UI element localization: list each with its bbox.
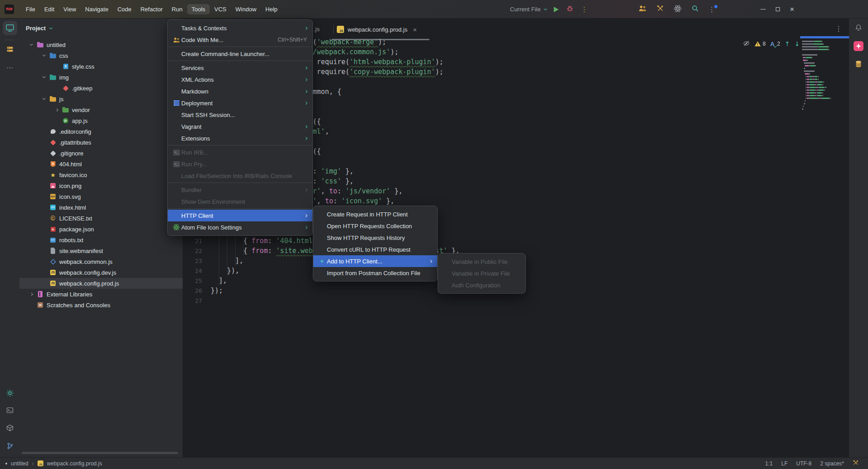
- breadcrumb-file[interactable]: webpack.config.prod.js: [47, 460, 102, 467]
- menu-item-xml-actions[interactable]: XML Actions: [168, 74, 312, 85]
- menu-item-open-http-requests-collection[interactable]: Open HTTP Requests Collection: [313, 220, 437, 232]
- breadcrumb-project[interactable]: untitled: [11, 460, 28, 467]
- warnings-indicator[interactable]: 8: [755, 41, 766, 47]
- tree-item-icon-svg[interactable]: icon.svg: [19, 191, 183, 202]
- indent-setting[interactable]: 2 spaces*: [820, 460, 844, 467]
- menubar-item-navigate[interactable]: Navigate: [80, 4, 113, 14]
- next-problem-icon[interactable]: ↓: [795, 40, 800, 47]
- tree-item-external-libraries[interactable]: External Libraries: [19, 289, 183, 300]
- menu-item-extensions[interactable]: Extensions: [168, 132, 312, 144]
- tree-item-package-json[interactable]: package.json: [19, 224, 183, 234]
- build-tools-icon[interactable]: [656, 5, 664, 14]
- more-run-options-icon[interactable]: ⋮: [581, 5, 588, 14]
- tree-item-gitkeep[interactable]: .gitkeep: [19, 83, 183, 94]
- project-toolwindow-button[interactable]: [3, 21, 17, 35]
- menu-item-deployment[interactable]: Deployment: [168, 97, 312, 109]
- chevron-down-icon[interactable]: [42, 97, 45, 100]
- menu-item-add-to-http-client[interactable]: +Add to HTTP Client...: [313, 255, 437, 267]
- tree-item-gitignore[interactable]: .gitignore: [19, 148, 183, 159]
- tree-item-vendor[interactable]: vendor: [19, 104, 183, 115]
- tree-item-site-webmanifest[interactable]: site.webmanifest: [19, 245, 183, 256]
- tree-item-untitled[interactable]: untitled: [19, 39, 183, 50]
- menu-item-vagrant[interactable]: Vagrant: [168, 121, 312, 132]
- menu-item-start-ssh-session[interactable]: Start SSH Session...: [168, 109, 312, 121]
- menu-item-code-with-me[interactable]: Code With Me...Ctrl+Shift+Y: [168, 34, 312, 46]
- chevron-down-icon[interactable]: [29, 42, 33, 46]
- project-panel-header[interactable]: Project: [26, 25, 52, 32]
- gear-icon[interactable]: [6, 389, 14, 397]
- tree-item-icon-png[interactable]: icon.png: [19, 180, 183, 191]
- line-number[interactable]: 26: [183, 287, 202, 294]
- menu-item-http-client[interactable]: HTTP Client: [168, 210, 312, 221]
- menubar-item-vcs[interactable]: VCS: [210, 4, 231, 14]
- typos-indicator[interactable]: A2: [770, 41, 780, 47]
- search-everywhere-icon[interactable]: [691, 5, 699, 14]
- tree-item-css[interactable]: css: [19, 50, 183, 61]
- tree-item-license-txt[interactable]: LICENSE.txt: [19, 213, 183, 224]
- menu-item-atom-file-icon-settings[interactable]: Atom File Icon Settings: [168, 221, 312, 233]
- notifications-bell-icon[interactable]: [855, 24, 862, 31]
- menu-item-tasks-contexts[interactable]: Tasks & Contexts: [168, 22, 312, 34]
- debug-button[interactable]: [566, 5, 574, 14]
- caret-position[interactable]: 1:1: [765, 460, 773, 467]
- line-number[interactable]: 23: [183, 258, 202, 264]
- code-line[interactable]: 27: [183, 295, 781, 305]
- chevron-down-icon[interactable]: [42, 75, 45, 78]
- tree-item-favicon-ico[interactable]: favicon.ico: [19, 169, 183, 180]
- tree-item-404-html[interactable]: 404.html: [19, 159, 183, 169]
- tree-item-editorconfig[interactable]: .editorconfig: [19, 126, 183, 137]
- menu-item-services[interactable]: Services: [168, 62, 312, 74]
- menubar-item-tools[interactable]: Tools: [187, 4, 210, 14]
- menu-item-create-command-line-launcher[interactable]: Create Command-line Launcher...: [168, 48, 312, 60]
- tree-item-img[interactable]: img: [19, 72, 183, 83]
- menu-item-show-http-requests-history[interactable]: Show HTTP Requests History: [313, 232, 437, 244]
- tree-item-webpack-common-js[interactable]: webpack.common.js: [19, 256, 183, 267]
- menu-item-convert-curl-to-http-request[interactable]: Convert cURL to HTTP Request: [313, 244, 437, 255]
- tree-item-js[interactable]: js: [19, 94, 183, 104]
- chevron-down-icon[interactable]: [42, 53, 45, 56]
- line-number[interactable]: 25: [183, 277, 202, 284]
- settings-menu-icon[interactable]: ⋮: [708, 5, 715, 14]
- tree-item-app-js[interactable]: app.js: [19, 115, 183, 126]
- services-toolwindow-button[interactable]: [6, 424, 14, 431]
- prev-problem-icon[interactable]: ↑: [785, 40, 790, 47]
- menu-item-markdown[interactable]: Markdown: [168, 85, 312, 97]
- atom-icon[interactable]: [674, 5, 682, 14]
- highlighting-level-icon[interactable]: [743, 40, 750, 48]
- minimap[interactable]: [800, 36, 849, 132]
- tree-item-robots-txt[interactable]: robots.txt: [19, 234, 183, 245]
- bookmarks-toolwindow-button[interactable]: [6, 46, 14, 53]
- database-toolwindow-button[interactable]: [855, 60, 862, 68]
- line-separator[interactable]: LF: [781, 460, 788, 467]
- close-tab-icon[interactable]: ×: [413, 26, 417, 33]
- menubar-item-edit[interactable]: Edit: [40, 4, 59, 14]
- git-branch-icon[interactable]: [6, 442, 14, 450]
- tree-item-scratches-and-consoles[interactable]: Scratches and Consoles: [19, 300, 183, 310]
- restore-button[interactable]: [776, 7, 780, 11]
- build-status-icon[interactable]: [853, 460, 859, 467]
- code-line[interactable]: 21 { from: '404.html', to: '404.html' },: [183, 236, 781, 246]
- menu-item-create-request-in-http-client[interactable]: Create Request in HTTP Client: [313, 208, 437, 220]
- tree-item-style-css[interactable]: style.css: [19, 61, 183, 72]
- minimize-button[interactable]: [760, 9, 766, 10]
- terminal-toolwindow-button[interactable]: [6, 407, 14, 414]
- menubar-item-code[interactable]: Code: [113, 4, 136, 14]
- line-number[interactable]: 21: [183, 238, 202, 244]
- menubar-item-view[interactable]: View: [59, 4, 80, 14]
- tree-item-webpack-config-dev-js[interactable]: webpack.config.dev.js: [19, 267, 183, 278]
- menubar-item-help[interactable]: Help: [261, 4, 282, 14]
- editor-options-icon[interactable]: ⋮: [835, 24, 842, 33]
- file-encoding[interactable]: UTF-8: [796, 460, 811, 467]
- line-number[interactable]: 27: [183, 297, 202, 304]
- close-button[interactable]: ×: [790, 5, 794, 13]
- line-number[interactable]: 24: [183, 267, 202, 274]
- tree-item-index-html[interactable]: index.html: [19, 202, 183, 213]
- menubar-item-window[interactable]: Window: [231, 4, 261, 14]
- code-with-me-icon[interactable]: [638, 5, 647, 14]
- tree-item-webpack-config-prod-js[interactable]: webpack.config.prod.js: [19, 278, 183, 289]
- chevron-right-icon[interactable]: [29, 292, 33, 295]
- menubar-item-refactor[interactable]: Refactor: [136, 4, 167, 14]
- more-toolwindows-icon[interactable]: ⋯: [6, 64, 13, 72]
- menubar-item-run[interactable]: Run: [167, 4, 187, 14]
- line-number[interactable]: 22: [183, 248, 202, 254]
